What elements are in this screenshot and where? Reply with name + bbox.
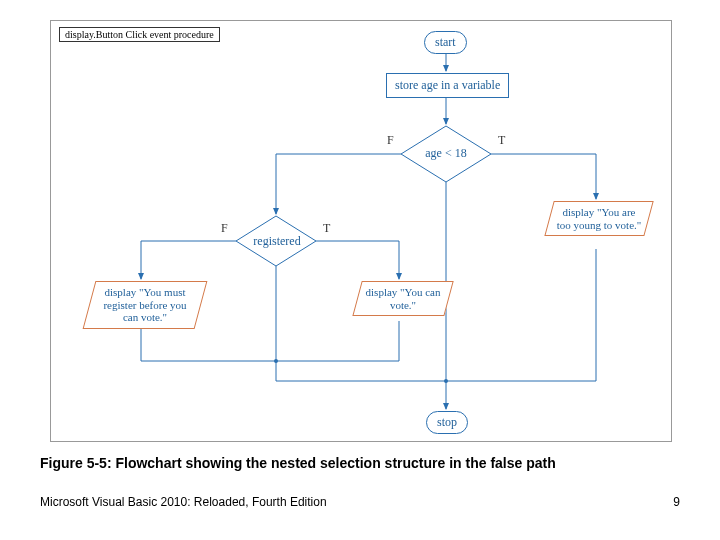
figure-caption-text: Figure 5-5: Flowchart showing the nested… (40, 455, 556, 471)
node-stop-text: stop (437, 415, 457, 429)
node-registered-condition-text: registered (253, 234, 300, 248)
node-age-condition-text: age < 18 (425, 146, 466, 160)
branch-reg-false: F (221, 221, 228, 236)
node-start-text: start (435, 35, 456, 49)
footer-source-text: Microsoft Visual Basic 2010: Reloaded, F… (40, 495, 327, 509)
node-start: start (424, 31, 467, 54)
node-age-condition: age < 18 (423, 146, 469, 161)
svg-point-24 (444, 379, 448, 383)
branch-age-true: T (498, 133, 505, 148)
flowchart-frame: display.Button Click event procedure (50, 20, 672, 442)
page-number-text: 9 (673, 495, 680, 509)
figure-caption: Figure 5-5: Flowchart showing the nested… (40, 455, 556, 471)
procedure-label-text: display.Button Click event procedure (65, 29, 214, 40)
node-registered-condition: registered (249, 234, 305, 249)
node-too-young: display "You are too young to vote." (544, 201, 653, 236)
node-stop: stop (426, 411, 468, 434)
node-can-vote-text: display "You can vote." (364, 286, 442, 311)
footer-source: Microsoft Visual Basic 2010: Reloaded, F… (40, 495, 327, 509)
node-store-age: store age in a variable (386, 73, 509, 98)
svg-point-23 (274, 359, 278, 363)
node-must-register-text: display "You must register before you ca… (96, 286, 194, 324)
node-too-young-text: display "You are too young to vote." (556, 206, 642, 231)
node-store-age-text: store age in a variable (395, 78, 500, 92)
branch-reg-true: T (323, 221, 330, 236)
branch-age-false: F (387, 133, 394, 148)
procedure-label: display.Button Click event procedure (59, 27, 220, 42)
node-can-vote: display "You can vote." (352, 281, 453, 316)
page-number: 9 (673, 495, 680, 509)
node-must-register: display "You must register before you ca… (83, 281, 208, 329)
